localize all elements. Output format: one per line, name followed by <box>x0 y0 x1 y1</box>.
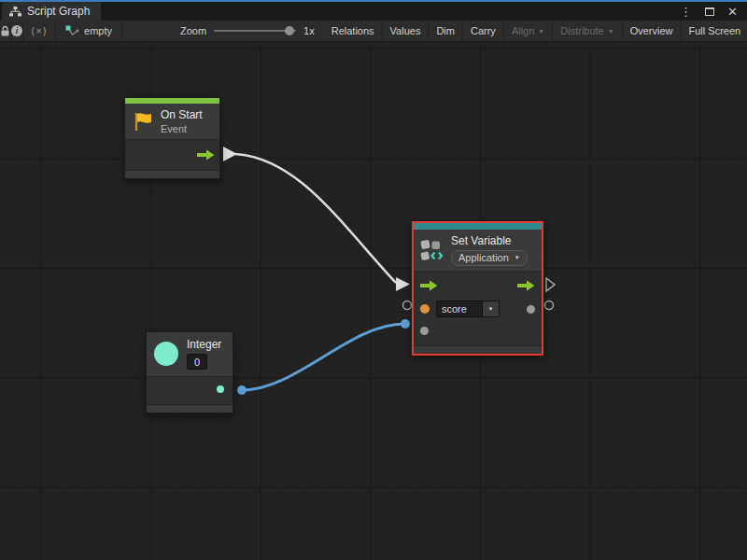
node-header: On Start Event <box>125 104 219 140</box>
window-focus-stripe <box>0 0 747 2</box>
flow-output-port[interactable] <box>517 280 535 291</box>
wire-start-arrow <box>223 147 237 161</box>
variable-scope-dropdown[interactable]: Application ▼ <box>451 250 528 266</box>
zoom-value: 1x <box>303 25 315 36</box>
tab-title: Script Graph <box>27 5 90 18</box>
node-subtitle: Event <box>161 123 203 134</box>
code-preview-button[interactable]: ⟨×⟩ <box>23 21 56 41</box>
flow-wire-onstart-to-setvariable[interactable] <box>235 154 396 283</box>
graph-canvas[interactable]: On Start Event Integer 0 <box>0 42 747 560</box>
zoom-slider-handle[interactable] <box>285 26 294 35</box>
variable-name-input-port[interactable] <box>420 304 430 314</box>
graph-toolbar: i ⟨×⟩ empty Zoom 1x Relations Values Dim… <box>0 21 747 42</box>
node-on-start[interactable]: On Start Event <box>124 97 220 179</box>
variable-name-input[interactable]: score <box>436 301 483 317</box>
lock-icon <box>0 25 10 37</box>
integer-value-input[interactable]: 0 <box>187 354 207 370</box>
zoom-control: Zoom 1x <box>122 21 324 41</box>
align-button: Align▼ <box>504 21 553 41</box>
scope-label: Application <box>458 252 509 263</box>
distribute-button: Distribute▼ <box>553 21 622 41</box>
variable-name-field: score ▼ <box>436 301 500 317</box>
values-button[interactable]: Values <box>383 21 430 41</box>
dropdown-arrow-icon: ▼ <box>514 255 520 260</box>
node-integer[interactable]: Integer 0 <box>146 331 233 413</box>
full-screen-button[interactable]: Full Screen <box>682 21 747 41</box>
wire-endpoint-dot <box>237 385 247 395</box>
overview-button[interactable]: Overview <box>623 21 682 41</box>
node-footer <box>147 404 233 413</box>
unconnected-input-port-indicator[interactable] <box>403 301 412 310</box>
value-wire-integer-to-setvariable[interactable] <box>242 324 404 390</box>
integer-type-icon <box>154 342 178 366</box>
title-bar: Script Graph ⋮ ✕ <box>0 0 747 21</box>
node-title: Set Variable <box>451 234 528 247</box>
variable-color-bar <box>414 223 542 230</box>
dropdown-arrow-icon: ▼ <box>538 28 544 35</box>
window-menu-icon[interactable]: ⋮ <box>680 6 692 18</box>
variable-name-dropdown-button[interactable]: ▼ <box>483 301 500 317</box>
carry-button[interactable]: Carry <box>463 21 504 41</box>
value-input-port[interactable] <box>420 327 429 335</box>
tab-script-graph[interactable]: Script Graph <box>2 2 101 21</box>
graph-status: empty <box>56 21 122 41</box>
variable-name-row: score ▼ <box>414 298 542 320</box>
wire-layer <box>0 42 747 560</box>
unconnected-output-port-indicator[interactable] <box>545 301 554 310</box>
zoom-slider[interactable] <box>214 30 296 32</box>
dropdown-arrow-icon: ▼ <box>488 306 494 312</box>
dim-button[interactable]: Dim <box>429 21 463 41</box>
zoom-label: Zoom <box>180 25 206 36</box>
dropdown-arrow-icon: ▼ <box>608 28 614 35</box>
node-set-variable[interactable]: Set Variable Application ▼ scor <box>412 221 543 356</box>
variable-output-port[interactable] <box>527 305 535 314</box>
unconnected-flow-output-indicator[interactable] <box>546 278 555 291</box>
code-brackets-icon: ⟨×⟩ <box>31 25 48 37</box>
window-controls: ⋮ ✕ <box>680 6 747 21</box>
toolbar-buttons: Relations Values Dim Carry Align▼ Distri… <box>324 21 747 41</box>
value-input-row <box>414 320 542 341</box>
node-header: Set Variable Application ▼ <box>414 230 542 272</box>
relations-button[interactable]: Relations <box>324 21 383 41</box>
node-header: Integer 0 <box>147 332 233 377</box>
value-output-port[interactable] <box>217 385 224 393</box>
flag-icon <box>133 111 153 133</box>
info-icon: i <box>11 25 22 36</box>
flow-output-port[interactable] <box>197 149 215 161</box>
inspect-button[interactable]: i <box>11 21 23 41</box>
maximize-icon[interactable] <box>705 7 714 16</box>
graph-status-label: empty <box>84 25 112 36</box>
close-icon[interactable]: ✕ <box>727 6 738 18</box>
variables-icon <box>420 238 444 262</box>
node-port-row <box>147 377 233 401</box>
lock-button[interactable] <box>0 21 11 41</box>
graph-hierarchy-icon <box>9 7 21 17</box>
node-port-row <box>125 140 219 170</box>
graph-pointer-icon <box>65 25 79 37</box>
node-footer <box>414 345 542 354</box>
node-footer <box>125 170 219 178</box>
node-title: Integer <box>187 338 221 351</box>
node-title: On Start <box>161 108 203 121</box>
wire-endpoint-dot <box>401 319 410 329</box>
wire-end-arrow <box>396 277 410 291</box>
flow-port-row <box>414 273 542 298</box>
flow-input-port[interactable] <box>420 280 438 291</box>
script-graph-window: Script Graph ⋮ ✕ i ⟨×⟩ empty <box>0 0 747 560</box>
